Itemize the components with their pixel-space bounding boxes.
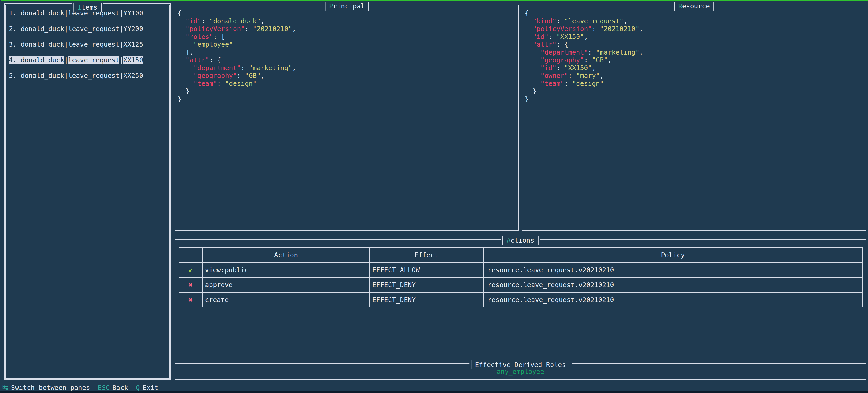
action-row: ✖ create EFFECT_DENY resource.leave_requ… [179,292,863,307]
title-right-bar [101,3,102,12]
title-left-bar [502,236,503,245]
json-line: "department": "marketing", [525,49,866,56]
quit-key-label: Q [136,384,140,391]
action-row: ✖ approve EFFECT_DENY resource.leave_req… [179,277,863,292]
list-item[interactable]: 3. donald_duck|leave_request|XX125 [9,40,169,48]
derived-roles-pane[interactable]: Effective Derived Roles any_employee [175,363,866,380]
separator: | [64,56,68,64]
policy-cell: resource.leave_request.v20210210 [483,263,863,277]
list-item[interactable]: 2. donald_duck|leave_request|YY200 [9,25,169,33]
actions-pane[interactable]: Actions Action Effect Policy ✔ view:publ… [175,239,866,356]
title-left-bar [471,360,471,369]
json-line: } [178,95,518,103]
principal-pane-title-label: Principal [326,2,367,10]
json-line: "employee" [178,40,518,49]
switch-panes-hint-label: Switch between panes [11,384,90,391]
actions-pane-title: Actions [501,236,540,245]
json-line: "team": "design" [525,80,866,88]
separator: | [120,25,123,33]
json-line: "roles": [ [178,33,518,41]
action-cell: view:public [203,263,370,277]
json-line: "attr": { [178,56,518,64]
quit-hint: Q Exit [136,384,158,391]
title-left-bar [325,2,326,11]
allow-check-icon: ✔ [179,263,203,277]
items-pane[interactable]: Items 1. donald_duck|leave_request|YY100… [4,3,171,380]
separator: | [64,9,68,17]
effect-column-header: Effect [370,248,483,263]
actions-pane-title-label: Actions [504,236,537,244]
json-line: } [525,87,866,95]
separator: | [120,40,123,48]
action-cell: approve [203,277,370,292]
actions-table: Action Effect Policy ✔ view:public EFFEC… [179,247,863,307]
separator: | [64,72,68,80]
terminal-bottom-strip [0,391,868,393]
json-line: "department": "marketing", [178,64,518,72]
title-right-bar [569,360,570,369]
json-line: "policyVersion": "20210210", [525,25,866,33]
json-line: } [525,95,866,103]
action-row: ✔ view:public EFFECT_ALLOW resource.leav… [179,263,863,277]
status-bar: ↹ Switch between panes ESC Back Q Exit [2,384,158,392]
action-column-header: Action [203,248,370,263]
effect-cell: EFFECT_DENY [370,292,483,307]
policy-column-header: Policy [483,248,863,263]
json-line: ], [178,49,518,56]
json-line: "id": "XX150", [525,33,866,41]
separator: | [64,40,68,48]
principal-pane[interactable]: Principal { "id": "donald_duck", "policy… [175,5,519,231]
json-line: "policyVersion": "20210210", [178,25,518,33]
title-right-bar [368,2,369,11]
list-item-selected[interactable]: 4. donald_duck|leave_request|XX150 [9,56,169,64]
items-list: 1. donald_duck|leave_request|YY1002. don… [6,5,169,80]
json-line: } [178,87,518,95]
separator: | [120,9,123,17]
resource-pane[interactable]: Resource { "kind": "leave_request", "pol… [522,5,866,231]
principal-pane-title: Principal [323,2,370,11]
policy-cell: resource.leave_request.v20210210 [483,292,863,307]
effect-cell: EFFECT_DENY [370,277,483,292]
list-item[interactable]: 5. donald_duck|leave_request|XX250 [9,72,169,80]
resource-pane-title-label: Resource [676,2,713,10]
json-line: "id": "XX150", [525,64,866,72]
separator: | [120,72,123,80]
resource-json: { "kind": "leave_request", "policyVersio… [523,5,866,103]
effect-cell: EFFECT_ALLOW [370,263,483,277]
status-column-header [179,248,203,263]
separator: | [120,56,123,64]
derived-roles-pane-title-label: Effective Derived Roles [472,361,569,369]
items-pane-title-label: Items [75,3,100,11]
action-cell: create [203,292,370,307]
title-right-bar [713,2,714,11]
policy-cell: resource.leave_request.v20210210 [483,277,863,292]
actions-table-header-row: Action Effect Policy [179,248,863,263]
principal-json: { "id": "donald_duck", "policyVersion": … [175,5,518,103]
separator: | [64,25,68,33]
json-line: "attr": { [525,40,866,49]
exit-hint-label: Exit [143,384,158,391]
deny-cross-icon: ✖ [179,292,203,307]
items-pane-title: Items [72,3,103,12]
json-line: "owner": "mary", [525,72,866,80]
json-line: "geography": "GB", [525,56,866,64]
json-line: "team": "design" [178,80,518,88]
back-hint-label: Back [112,384,128,391]
title-left-bar [674,2,675,11]
derived-roles-pane-title: Effective Derived Roles [469,360,571,369]
deny-cross-icon: ✖ [179,277,203,292]
esc-back-hint: ESC Back [98,384,128,391]
tab-key-icon: ↹ [2,383,8,392]
focus-top-line [1,0,868,1]
title-right-bar [538,236,538,245]
json-line: "geography": "GB", [178,72,518,80]
esc-key-label: ESC [98,384,110,391]
switch-panes-hint: ↹ Switch between panes [2,383,90,392]
json-line: "id": "donald_duck", [178,17,518,25]
resource-pane-title: Resource [673,2,715,11]
json-line: "kind": "leave_request", [525,17,866,25]
title-left-bar [73,3,74,12]
